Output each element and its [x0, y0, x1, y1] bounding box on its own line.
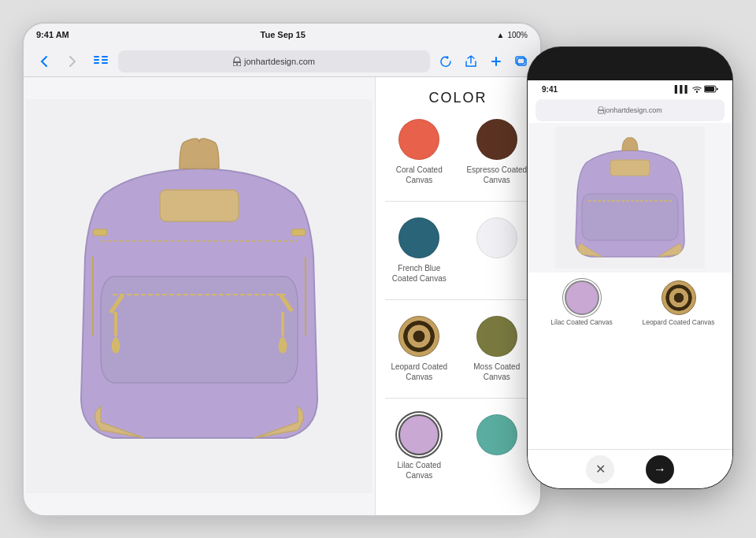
- reader-button[interactable]: [90, 50, 112, 72]
- svg-rect-16: [114, 312, 117, 336]
- reload-button[interactable]: [436, 52, 455, 71]
- color-item-leopard[interactable]: Leopard Coated Canvas: [385, 316, 454, 382]
- forward-button[interactable]: [61, 50, 83, 72]
- svg-rect-1: [94, 59, 99, 61]
- svg-rect-13: [160, 190, 239, 221]
- color-swatch-teal[interactable]: [476, 414, 517, 455]
- phone-color-label-leopard: Leopard Coated Canvas: [642, 318, 714, 327]
- color-item-coral[interactable]: Coral Coated Canvas: [385, 119, 454, 185]
- divider-1: [385, 201, 531, 202]
- color-swatch-moss[interactable]: [476, 316, 517, 357]
- tablet-nav-actions: [436, 52, 531, 71]
- close-icon: ✕: [595, 462, 606, 477]
- color-swatch-french-blue[interactable]: [398, 217, 439, 258]
- phone-time: 9:41: [542, 85, 558, 94]
- color-swatch-lilac[interactable]: [398, 414, 439, 455]
- svg-point-7: [236, 63, 238, 65]
- tablet-color-grid: Coral Coated Canvas Espresso Coated Canv…: [385, 119, 531, 480]
- divider-2: [385, 299, 531, 300]
- next-arrow-icon: →: [654, 462, 666, 477]
- address-text: jonhartdesign.com: [244, 57, 315, 66]
- color-item-moss[interactable]: Moss Coated Canvas: [463, 316, 532, 382]
- phone-backpack-illustration: [555, 127, 705, 269]
- color-label-moss: Moss Coated Canvas: [463, 362, 532, 382]
- phone-color-item-leopard[interactable]: Leopard Coated Canvas: [634, 280, 723, 441]
- tablet-date: Tue Sep 15: [261, 30, 306, 39]
- phone-status-bar: 9:41 ▌▌▌: [528, 80, 732, 98]
- svg-rect-20: [598, 110, 604, 113]
- svg-rect-17: [281, 312, 284, 336]
- tablet-device: 9:41 AM Tue Sep 15 ▲ 100% jonhartdesign.…: [22, 22, 542, 517]
- svg-rect-3: [102, 56, 108, 58]
- svg-rect-2: [94, 62, 99, 64]
- phone-notch-bar: [528, 47, 732, 80]
- phone-close-button[interactable]: ✕: [586, 455, 614, 484]
- phone-color-item-lilac[interactable]: Lilac Coated Canvas: [537, 280, 626, 441]
- svg-rect-22: [610, 160, 650, 176]
- color-section-title: COLOR: [385, 90, 531, 106]
- color-item-french-blue[interactable]: French Blue Coated Canvas: [385, 217, 454, 284]
- phone-notch: [587, 47, 673, 66]
- back-button[interactable]: [33, 50, 55, 72]
- phone-color-label-lilac: Lilac Coated Canvas: [550, 318, 612, 327]
- phone-color-swatch-leopard[interactable]: [662, 280, 696, 315]
- svg-rect-0: [94, 56, 99, 58]
- color-item-blank-1: [463, 217, 532, 284]
- battery-icon: 100%: [507, 31, 528, 39]
- color-label-french-blue: French Blue Coated Canvas: [385, 263, 454, 284]
- phone-url: jonhartdesign.com: [604, 106, 662, 114]
- phone-device: 9:41 ▌▌▌ jonhartdesign.com: [528, 47, 732, 488]
- phone-screen: 9:41 ▌▌▌ jonhartdesign.com: [528, 80, 732, 488]
- color-swatch-espresso[interactable]: [476, 119, 517, 160]
- wifi-icon: ▲: [497, 31, 505, 39]
- tablet-address-bar[interactable]: jonhartdesign.com: [118, 50, 430, 72]
- tablet-status-bar: 9:41 AM Tue Sep 15 ▲ 100%: [24, 24, 540, 46]
- phone-product-image: [528, 123, 732, 273]
- color-swatch-leopard[interactable]: [398, 316, 439, 357]
- battery-icon: [704, 85, 718, 93]
- phone-color-grid: Lilac Coated Canvas Leopard Coated Canva…: [528, 273, 732, 449]
- tablet-nav-bar: jonhartdesign.com: [24, 46, 540, 77]
- color-item-lilac[interactable]: Lilac Coated Canvas: [385, 414, 454, 480]
- color-label-leopard: Leopard Coated Canvas: [385, 362, 454, 382]
- divider-3: [385, 398, 531, 399]
- color-swatch-coral[interactable]: [398, 119, 439, 160]
- tablet-sidebar: COLOR Coral Coated Canvas Espresso Coate…: [375, 77, 540, 515]
- color-label-espresso: Espresso Coated Canvas: [463, 165, 532, 185]
- scene: 9:41 AM Tue Sep 15 ▲ 100% jonhartdesign.…: [0, 0, 756, 538]
- svg-rect-5: [102, 62, 108, 64]
- phone-address-bar[interactable]: jonhartdesign.com: [536, 99, 724, 121]
- add-tab-button[interactable]: [487, 52, 506, 71]
- svg-rect-19: [705, 87, 714, 91]
- color-item-teal[interactable]: [463, 414, 532, 480]
- tablet-main-product: [24, 77, 375, 515]
- color-swatch-blank-1: [476, 217, 517, 258]
- tablet-time: 9:41 AM: [36, 30, 69, 39]
- phone-bottom-bar: ✕ →: [528, 449, 732, 488]
- phone-status-icons: ▌▌▌: [675, 85, 718, 93]
- phone-color-swatch-lilac[interactable]: [565, 280, 599, 315]
- share-button[interactable]: [461, 52, 480, 71]
- wifi-icon: [692, 85, 702, 93]
- color-item-espresso[interactable]: Espresso Coated Canvas: [463, 119, 532, 185]
- svg-rect-14: [93, 229, 107, 236]
- tablet-status-icons: ▲ 100%: [497, 31, 528, 39]
- color-label-lilac: Lilac Coated Canvas: [385, 460, 454, 480]
- color-label-coral: Coral Coated Canvas: [385, 165, 454, 185]
- svg-rect-4: [102, 59, 108, 61]
- backpack-illustration: [26, 99, 372, 493]
- tablet-content: COLOR Coral Coated Canvas Espresso Coate…: [24, 77, 540, 515]
- signal-icon: ▌▌▌: [675, 85, 690, 93]
- svg-rect-15: [291, 229, 306, 236]
- phone-next-button[interactable]: →: [646, 455, 674, 484]
